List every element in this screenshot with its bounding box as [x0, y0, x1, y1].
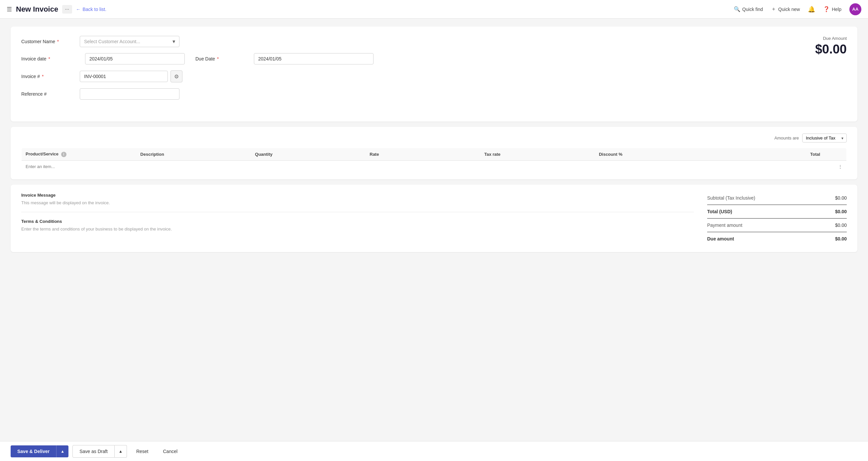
table-header-row: Product/Service i Description Quantity R… [22, 148, 847, 161]
due-date-group: Due Date * [195, 53, 374, 64]
total-value: $0.00 [835, 209, 847, 214]
col-product: Product/Service i [22, 148, 136, 161]
quick-find-button[interactable]: 🔍 Quick find [734, 6, 763, 12]
item-tax-cell [480, 160, 595, 172]
item-description-input[interactable] [140, 164, 247, 169]
invoice-date-label: Invoice date * [21, 56, 74, 61]
due-amount-block: Due Amount $0.00 [815, 36, 847, 57]
due-amount-row: Due amount $0.00 [707, 233, 847, 244]
item-tax-input[interactable] [484, 164, 591, 169]
reference-input[interactable] [80, 88, 180, 100]
invoice-num-wrapper: ⚙ [80, 70, 182, 83]
item-product-cell [22, 160, 136, 172]
terms-heading: Terms & Conditions [21, 219, 694, 224]
reference-label: Reference # [21, 91, 74, 97]
message-section: Invoice Message This message will be dis… [21, 193, 694, 244]
back-arrow-icon: ← [76, 7, 81, 12]
dates-row: Invoice date * Due Date * [21, 53, 815, 64]
reference-row: Reference # [21, 88, 815, 100]
due-amount-total-label: Due amount [707, 236, 734, 241]
col-rate: Rate [366, 148, 480, 161]
invoice-num-input[interactable] [80, 71, 168, 82]
col-total: Total [710, 148, 824, 161]
totals-divider [707, 205, 847, 205]
invoice-message-text: This message will be displayed on the in… [21, 200, 694, 205]
item-more-button[interactable]: ⋮ [824, 160, 846, 172]
totals-section: Subtotal (Tax Inclusive) $0.00 Total (US… [707, 193, 847, 244]
subtotal-label: Subtotal (Tax Inclusive) [707, 195, 755, 201]
enter-item-input[interactable] [26, 164, 132, 169]
col-tax-rate: Tax rate [480, 148, 595, 161]
due-date-label: Due Date * [195, 56, 249, 61]
item-quantity-cell [251, 160, 366, 172]
item-total-input[interactable] [713, 164, 820, 169]
search-icon: 🔍 [734, 6, 740, 12]
due-amount-total-value: $0.00 [835, 236, 847, 241]
avatar[interactable]: AA [849, 3, 861, 15]
total-row: Total (USD) $0.00 [707, 206, 847, 217]
totals-divider-2 [707, 218, 847, 219]
product-info-icon[interactable]: i [61, 152, 66, 157]
notification-button[interactable]: 🔔 [808, 6, 815, 13]
due-amount-value: $0.00 [815, 42, 847, 57]
form-card: Customer Name * Select Customer Account.… [11, 27, 857, 122]
amounts-select-wrapper: Inclusive of Tax Exclusive of Tax No Tax [802, 133, 847, 142]
payment-amount-row: Payment amount $0.00 [707, 220, 847, 230]
total-label: Total (USD) [707, 209, 732, 214]
more-options-button[interactable]: ··· [62, 5, 72, 13]
header-left: ☰ New Invoice ··· ← Back to list. [7, 5, 734, 13]
invoice-num-label: Invoice # * [21, 74, 74, 79]
required-mark: * [42, 74, 43, 79]
payment-amount-value: $0.00 [835, 223, 847, 228]
customer-name-row: Customer Name * Select Customer Account.… [21, 36, 815, 47]
col-discount: Discount % [595, 148, 710, 161]
item-quantity-input[interactable] [255, 164, 362, 169]
section-divider [21, 212, 694, 212]
menu-icon[interactable]: ☰ [7, 6, 12, 13]
help-button[interactable]: ❓ Help [823, 6, 841, 12]
item-rate-input[interactable] [370, 164, 476, 169]
required-mark: * [217, 56, 219, 61]
required-mark: * [48, 56, 50, 61]
items-card: Amounts are Inclusive of Tax Exclusive o… [11, 127, 857, 179]
back-link[interactable]: ← Back to list. [76, 7, 107, 12]
amounts-select[interactable]: Inclusive of Tax Exclusive of Tax No Tax [802, 133, 847, 142]
header-right: 🔍 Quick find ＋ Quick new 🔔 ❓ Help AA [734, 3, 861, 15]
customer-select-wrapper: Select Customer Account... ▼ [80, 36, 180, 47]
col-actions [824, 148, 846, 161]
item-discount-cell [595, 160, 710, 172]
due-amount-label: Due Amount [815, 36, 847, 41]
help-icon: ❓ [823, 6, 830, 12]
invoice-date-input[interactable] [85, 53, 185, 64]
payment-amount-label: Payment amount [707, 223, 742, 228]
page-title: New Invoice [16, 5, 58, 13]
amounts-are-label: Amounts are [774, 135, 799, 140]
customer-name-label: Customer Name * [21, 39, 74, 44]
plus-icon: ＋ [771, 6, 776, 12]
item-rate-cell [366, 160, 480, 172]
table-row: ⋮ [22, 160, 847, 172]
totals-divider-3 [707, 232, 847, 232]
col-quantity: Quantity [251, 148, 366, 161]
subtotal-value: $0.00 [835, 195, 847, 201]
form-header: Customer Name * Select Customer Account.… [21, 36, 847, 106]
invoice-num-row: Invoice # * ⚙ [21, 70, 815, 83]
header: ☰ New Invoice ··· ← Back to list. 🔍 Quic… [0, 0, 868, 19]
main-content: Customer Name * Select Customer Account.… [0, 19, 868, 441]
customer-select[interactable]: Select Customer Account... [80, 36, 180, 47]
amounts-are-row: Amounts are Inclusive of Tax Exclusive o… [21, 133, 847, 142]
item-discount-input[interactable] [599, 164, 706, 169]
required-mark: * [57, 39, 59, 44]
item-description-cell [136, 160, 251, 172]
terms-text: Enter the terms and conditions of your b… [21, 227, 694, 231]
form-fields: Customer Name * Select Customer Account.… [21, 36, 815, 106]
due-date-input[interactable] [254, 53, 374, 64]
subtotal-row: Subtotal (Tax Inclusive) $0.00 [707, 193, 847, 203]
invoice-message-heading: Invoice Message [21, 193, 694, 198]
quick-new-button[interactable]: ＋ Quick new [771, 6, 800, 12]
gear-icon: ⚙ [174, 73, 179, 80]
items-table: Product/Service i Description Quantity R… [21, 148, 847, 173]
invoice-num-settings-button[interactable]: ⚙ [170, 70, 182, 83]
bottom-card: Invoice Message This message will be dis… [11, 185, 857, 252]
col-description: Description [136, 148, 251, 161]
